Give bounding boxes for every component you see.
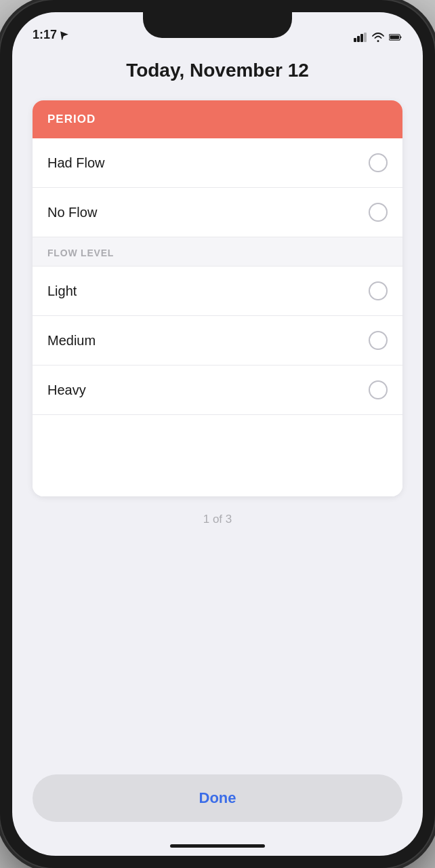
done-button[interactable]: Done (33, 774, 402, 822)
light-option[interactable]: Light (33, 267, 402, 316)
page-title: Today, November 12 (126, 60, 309, 81)
had-flow-option[interactable]: Had Flow (33, 138, 402, 188)
had-flow-label: Had Flow (47, 155, 104, 171)
card-empty-area (33, 415, 402, 496)
svg-rect-2 (360, 34, 363, 42)
signal-icon (354, 33, 367, 42)
flow-level-subsection: FLOW LEVEL (33, 237, 402, 267)
heavy-option[interactable]: Heavy (33, 366, 402, 415)
svg-rect-5 (390, 35, 399, 39)
heavy-label: Heavy (47, 382, 86, 398)
heavy-radio[interactable] (369, 380, 388, 399)
light-radio[interactable] (369, 281, 388, 300)
svg-rect-1 (357, 36, 360, 42)
svg-rect-3 (364, 33, 367, 42)
home-indicator (170, 844, 265, 848)
battery-icon (389, 33, 402, 42)
medium-radio[interactable] (369, 331, 388, 350)
medium-option[interactable]: Medium (33, 316, 402, 366)
period-card: PERIOD Had Flow No Flow FLOW LEVEL (33, 100, 402, 496)
time-display: 1:17 (33, 28, 57, 42)
no-flow-radio[interactable] (369, 203, 388, 222)
flow-level-label: FLOW LEVEL (47, 248, 114, 258)
done-button-container: Done (33, 774, 402, 822)
phone-frame: 1:17 (0, 0, 435, 868)
pagination-indicator: 1 of 3 (203, 513, 232, 526)
no-flow-label: No Flow (47, 205, 97, 220)
medium-label: Medium (47, 333, 96, 349)
phone-screen: 1:17 (12, 12, 423, 856)
light-label: Light (47, 283, 77, 299)
status-time: 1:17 (33, 28, 69, 42)
main-content: Today, November 12 PERIOD Had Flow No Fl… (12, 46, 423, 856)
wifi-icon (371, 33, 385, 42)
section-header: PERIOD (33, 100, 402, 138)
status-icons (354, 33, 402, 42)
no-flow-option[interactable]: No Flow (33, 188, 402, 237)
notch (143, 12, 292, 38)
location-arrow-icon (60, 31, 69, 40)
had-flow-radio[interactable] (369, 153, 388, 172)
svg-rect-0 (354, 38, 356, 42)
section-header-label: PERIOD (47, 113, 96, 125)
